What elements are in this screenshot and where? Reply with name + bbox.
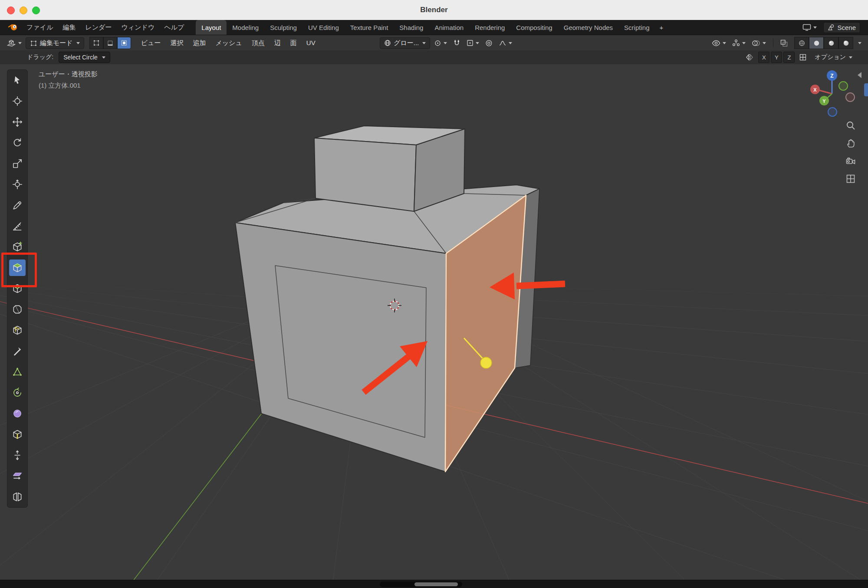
- proportional-icon: [485, 39, 493, 47]
- workspace-tab-scripting[interactable]: Scripting: [618, 20, 655, 35]
- editor-type-button[interactable]: [4, 37, 24, 49]
- mode-dropdown[interactable]: 編集モード: [26, 37, 84, 49]
- header-menu-edge[interactable]: 辺: [270, 37, 286, 49]
- drag-action-dropdown[interactable]: Select Circle: [59, 52, 110, 63]
- tool-move[interactable]: [9, 114, 26, 130]
- header-menu-add[interactable]: 追加: [188, 37, 210, 49]
- editor-type-icon: [7, 39, 16, 47]
- xray-toggle[interactable]: [778, 38, 790, 48]
- gizmo-z-neg-axis[interactable]: [828, 108, 837, 116]
- add-workspace-button[interactable]: +: [655, 24, 667, 31]
- menu-render[interactable]: レンダー: [80, 21, 116, 34]
- options-dropdown[interactable]: オプション: [811, 52, 856, 63]
- mirror-axis-z[interactable]: Z: [783, 52, 795, 63]
- tool-loop-cut[interactable]: [9, 322, 26, 338]
- blender-menu-button[interactable]: [4, 23, 22, 32]
- menu-file[interactable]: ファイル: [22, 21, 58, 34]
- camera-view-button[interactable]: [844, 154, 857, 168]
- tool-smooth[interactable]: [9, 405, 26, 422]
- pivot-dropdown[interactable]: [432, 38, 449, 48]
- zoom-button[interactable]: [32, 7, 40, 14]
- select-mode-vertex[interactable]: [89, 37, 103, 49]
- svg-text:Z: Z: [830, 73, 833, 79]
- drag-label: ドラッグ:: [27, 53, 53, 61]
- header-menu-uv[interactable]: UV: [302, 37, 320, 49]
- close-button[interactable]: [7, 7, 15, 14]
- sidebar-tab[interactable]: [864, 83, 868, 96]
- gizmo-x-neg-axis[interactable]: [846, 93, 855, 102]
- tool-knife[interactable]: [9, 343, 26, 359]
- snap-target-dropdown[interactable]: [464, 38, 481, 48]
- workspace-tab-compositing[interactable]: Compositing: [510, 20, 558, 35]
- snap-base-toggle[interactable]: [797, 53, 809, 62]
- shading-dropdown[interactable]: [855, 41, 864, 46]
- tool-spin[interactable]: [9, 384, 26, 401]
- workspace-tab-rendering[interactable]: Rendering: [469, 20, 510, 35]
- tool-cursor[interactable]: [9, 93, 26, 109]
- workspace-tab-modeling[interactable]: Modeling: [227, 20, 264, 35]
- shading-mode-rendered[interactable]: [838, 37, 853, 49]
- header-menu-select[interactable]: 選択: [165, 37, 188, 49]
- blender-window: Blender ファイル編集レンダーウィンドウヘルプ LayoutModelin…: [0, 0, 868, 588]
- tool-measure[interactable]: [9, 218, 26, 234]
- tool-select-box[interactable]: [9, 72, 26, 89]
- orientation-dropdown[interactable]: グロー...: [380, 37, 430, 49]
- tool-shrink-fatten[interactable]: [9, 447, 26, 463]
- workspace-tab-uv-editing[interactable]: UV Editing: [302, 20, 345, 35]
- gizmo-y-neg-axis[interactable]: [839, 82, 848, 90]
- workspace-tab-geometry-nodes[interactable]: Geometry Nodes: [558, 20, 618, 35]
- zoom-button-viewport[interactable]: [844, 119, 857, 132]
- scene-selector[interactable]: Scene: [823, 22, 860, 33]
- mirror-axis-x[interactable]: X: [758, 52, 769, 63]
- snap-toggle[interactable]: [451, 38, 463, 48]
- shading-mode-wireframe[interactable]: [794, 37, 809, 49]
- select-mode-edge[interactable]: [103, 37, 117, 49]
- shading-mode-buttons: [794, 37, 853, 49]
- shading-mode-material[interactable]: [824, 37, 838, 49]
- tool-edge-slide[interactable]: [9, 426, 26, 443]
- workspace-tab-animation[interactable]: Animation: [429, 20, 469, 35]
- tool-extrude-region[interactable]: [9, 260, 26, 276]
- proportional-toggle[interactable]: [483, 38, 495, 48]
- tool-transform[interactable]: [9, 176, 26, 193]
- header-menu-vertex[interactable]: 頂点: [247, 37, 270, 49]
- header-menu-view[interactable]: ビュー: [136, 37, 166, 49]
- workspace-tab-sculpting[interactable]: Sculpting: [264, 20, 302, 35]
- tool-scale[interactable]: [9, 155, 26, 172]
- header-menu-face[interactable]: 面: [286, 37, 302, 49]
- minimize-button[interactable]: [20, 7, 27, 14]
- screen-layout-button[interactable]: [800, 23, 819, 32]
- overlays-dropdown[interactable]: [750, 39, 768, 48]
- workspace-tab-shading[interactable]: Shading: [394, 20, 429, 35]
- tool-inset-faces[interactable]: [9, 280, 26, 297]
- viewport-canvas[interactable]: [0, 64, 868, 580]
- shading-mode-solid[interactable]: [809, 37, 824, 49]
- menu-window[interactable]: ウィンドウ: [116, 21, 159, 34]
- navigation-gizmo[interactable]: Z X Y: [808, 70, 856, 118]
- collapse-header-button[interactable]: [858, 72, 861, 78]
- visibility-dropdown[interactable]: [710, 39, 728, 48]
- gizmos-dropdown[interactable]: [730, 38, 748, 48]
- pan-button[interactable]: [844, 137, 857, 150]
- tool-rotate[interactable]: [9, 135, 26, 151]
- caret-icon: [858, 42, 861, 44]
- workspace-tab-layout[interactable]: Layout: [196, 20, 227, 35]
- workspace-tab-texture-paint[interactable]: Texture Paint: [345, 20, 394, 35]
- ortho-toggle-button[interactable]: [844, 172, 857, 185]
- menu-edit[interactable]: 編集: [58, 21, 80, 34]
- titlebar: Blender: [0, 0, 868, 20]
- tool-poly-build[interactable]: [9, 364, 26, 380]
- select-mode-face[interactable]: [117, 37, 131, 49]
- tool-add-cube[interactable]: [9, 239, 26, 255]
- falloff-dropdown[interactable]: [496, 39, 514, 48]
- tool-rip-region[interactable]: [9, 489, 26, 505]
- tool-shelf: [7, 69, 28, 508]
- header-menu-mesh[interactable]: メッシュ: [210, 37, 247, 49]
- mirror-axis-y[interactable]: Y: [771, 52, 782, 63]
- menu-help[interactable]: ヘルプ: [159, 21, 189, 34]
- falloff-curve-icon: [499, 40, 506, 46]
- tool-bevel[interactable]: [9, 301, 26, 318]
- tool-shear[interactable]: [9, 468, 26, 484]
- tool-annotate[interactable]: [9, 197, 26, 214]
- mirror-toggle[interactable]: [743, 53, 756, 62]
